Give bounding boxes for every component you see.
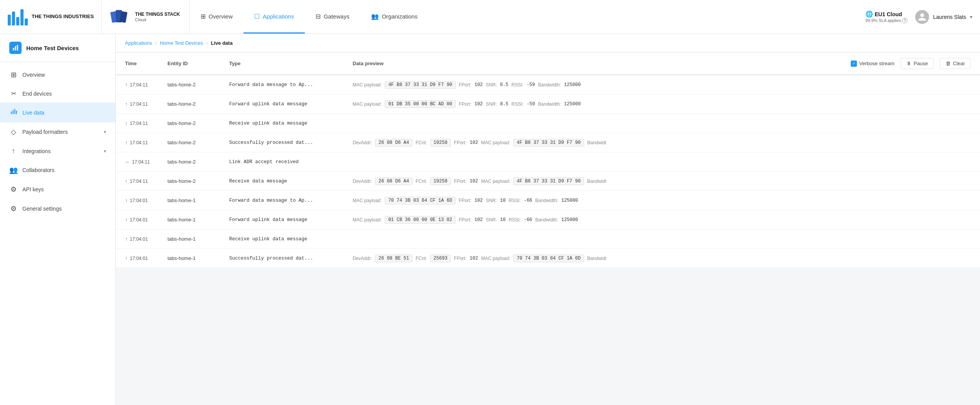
row-data: DevAddr: 26 08 D6 A4 FCnt: 19258 FPort: … <box>353 177 971 185</box>
sidebar-app-title: Home Test Devices <box>26 45 79 51</box>
table-row[interactable]: ↑ 17:04:11 tabs-home-2 Successfully proc… <box>116 133 980 152</box>
arrow-up-icon: ↑ <box>125 178 128 184</box>
verbose-label: Verbose stream <box>859 61 894 66</box>
brand-stack[interactable]: THE THINGS STACK Cloud <box>102 0 189 34</box>
table-row[interactable]: ↑ 17:04:11 tabs-home-2 Receive uplink da… <box>116 114 980 133</box>
stack-logo <box>111 10 130 24</box>
sidebar-item-general-settings[interactable]: ⚙ General settings <box>0 199 115 218</box>
verbose-stream-toggle[interactable]: Verbose stream <box>851 61 894 67</box>
organizations-icon: 👥 <box>371 13 379 20</box>
sidebar-integrations-label: Integrations <box>22 148 51 154</box>
row-entity: tabs-home-2 <box>167 82 229 88</box>
overview-sidebar-icon: ⊞ <box>9 71 18 79</box>
col-header-type: Type <box>229 61 353 66</box>
row-type: Successfully processed dat... <box>229 256 353 261</box>
row-data: DevAddr: 26 08 D6 A4 FCnt: 19258 FPort: … <box>353 139 971 147</box>
svg-rect-0 <box>13 48 14 51</box>
sidebar-header: Home Test Devices <box>0 34 115 62</box>
row-entity: tabs-home-1 <box>167 217 229 223</box>
nav-gateways-label: Gateways <box>324 13 350 20</box>
row-entity: tabs-home-2 <box>167 159 229 165</box>
sidebar-item-overview[interactable]: ⊞ Overview <box>0 65 115 84</box>
main-content: Applications › Home Test Devices › Live … <box>116 34 980 405</box>
table-row[interactable]: ↑ 17:04:11 tabs-home-2 Receive data mess… <box>116 172 980 191</box>
sidebar-item-live-data[interactable]: Live data <box>0 103 115 122</box>
sidebar-item-integrations[interactable]: ↑ Integrations ▾ <box>0 142 115 160</box>
row-entity: tabs-home-1 <box>167 197 229 203</box>
arrow-up-icon: ↑ <box>125 255 128 261</box>
col-header-data: Data preview <box>353 61 851 66</box>
row-time: ↑ 17:04:11 <box>125 178 167 184</box>
tts-industries-text: THE THINGS INDUSTRIES <box>32 14 94 20</box>
nav-organizations-label: Organizations <box>382 13 418 20</box>
svg-rect-3 <box>11 111 12 114</box>
sidebar-end-devices-label: End devices <box>22 91 52 97</box>
svg-rect-6 <box>16 111 17 114</box>
arrow-up-icon: ↑ <box>125 120 128 126</box>
table-row[interactable]: ↑ 17:04:01 tabs-home-1 Receive uplink da… <box>116 230 980 249</box>
breadcrumb-applications[interactable]: Applications <box>125 40 152 46</box>
breadcrumb-current: Live data <box>211 40 233 46</box>
collaborators-icon: 👥 <box>9 166 18 174</box>
sidebar-payload-label: Payload formatters <box>22 129 68 135</box>
payload-formatters-icon: ◇ <box>9 128 18 136</box>
table-row[interactable]: ↔ 17:04:11 tabs-home-2 Link ADR accept r… <box>116 152 980 172</box>
table-row[interactable]: ↑ 17:04:01 tabs-home-1 Forward uplink da… <box>116 210 980 230</box>
general-settings-icon: ⚙ <box>9 204 18 213</box>
verbose-checkbox[interactable] <box>851 61 857 67</box>
nav-organizations[interactable]: 👥 Organizations <box>360 0 429 34</box>
row-data: MAC payload: 01 CB 36 00 00 0E 13 02 FPo… <box>353 216 971 224</box>
breadcrumb-sep2: › <box>206 40 208 46</box>
brand-tts-industries[interactable]: THE THINGS INDUSTRIES <box>0 0 102 34</box>
row-time: ↑ 17:04:01 <box>125 236 167 242</box>
live-data-icon <box>9 108 18 117</box>
clear-button[interactable]: 🗑 Clear <box>940 58 971 69</box>
chart-icon <box>12 44 19 51</box>
row-entity: tabs-home-2 <box>167 120 229 126</box>
trash-icon: 🗑 <box>946 61 951 66</box>
table-row[interactable]: ↑ 17:04:11 tabs-home-2 Forward uplink da… <box>116 94 980 114</box>
api-keys-icon: ⚙ <box>9 185 18 194</box>
pause-button[interactable]: ⏸ Pause <box>901 58 934 69</box>
breadcrumb-home-test[interactable]: Home Test Devices <box>160 40 203 46</box>
row-type: Link ADR accept received <box>229 159 353 165</box>
main-layout: Home Test Devices ⊞ Overview ✂ End devic… <box>0 34 980 405</box>
sidebar-item-collaborators[interactable]: 👥 Collaborators <box>0 160 115 180</box>
sidebar-item-payload-formatters[interactable]: ◇ Payload formatters ▾ <box>0 122 115 142</box>
pause-icon: ⏸ <box>906 61 911 66</box>
table-row[interactable]: ↑ 17:04:01 tabs-home-1 Forward data mess… <box>116 191 980 210</box>
row-time: ↑ 17:04:11 <box>125 120 167 126</box>
user-name: Laurens Slats <box>933 14 966 20</box>
stack-subtitle: Cloud <box>135 17 180 22</box>
nav-gateways[interactable]: ⊟ Gateways <box>305 0 360 34</box>
arrow-up-icon: ↑ <box>125 236 128 242</box>
arrow-up-icon: ↑ <box>125 217 128 223</box>
row-time: ↑ 17:04:11 <box>125 82 167 88</box>
row-entity: tabs-home-2 <box>167 140 229 145</box>
col-header-entity: Entity ID <box>167 61 229 66</box>
row-type: Receive uplink data message <box>229 236 353 242</box>
sidebar-item-end-devices[interactable]: ✂ End devices <box>0 84 115 103</box>
sidebar-overview-label: Overview <box>22 72 45 78</box>
sidebar-live-data-label: Live data <box>22 110 44 116</box>
sidebar-item-api-keys[interactable]: ⚙ API keys <box>0 180 115 199</box>
top-nav: THE THINGS INDUSTRIES THE THINGS STACK C… <box>0 0 980 34</box>
row-entity: tabs-home-2 <box>167 101 229 107</box>
row-time: ↑ 17:04:01 <box>125 217 167 223</box>
overview-icon: ⊞ <box>201 13 206 20</box>
row-data: DevAddr: 26 08 BE 51 FCnt: 25693 FPort: … <box>353 255 971 262</box>
user-profile[interactable]: Laurens Slats ▾ <box>915 10 972 24</box>
nav-overview-label: Overview <box>209 13 233 20</box>
nav-overview[interactable]: ⊞ Overview <box>190 0 244 34</box>
row-data: MAC payload: 01 DB 35 00 00 BC AD 00 FPo… <box>353 100 971 108</box>
row-type: Forward uplink data message <box>229 101 353 107</box>
region-info[interactable]: 🌐 EU1 Cloud 99.9% SLA applies ? <box>865 10 907 23</box>
table-row[interactable]: ↑ 17:04:01 tabs-home-1 Successfully proc… <box>116 249 980 268</box>
row-time: ↔ 17:04:11 <box>125 159 167 165</box>
row-entity: tabs-home-1 <box>167 255 229 261</box>
nav-applications-label: Applications <box>263 13 294 20</box>
nav-applications[interactable]: ☐ Applications <box>243 0 305 34</box>
sidebar-app-icon <box>9 42 22 54</box>
sidebar-collaborators-label: Collaborators <box>22 167 54 173</box>
table-row[interactable]: ↑ 17:04:11 tabs-home-2 Forward data mess… <box>116 75 980 94</box>
